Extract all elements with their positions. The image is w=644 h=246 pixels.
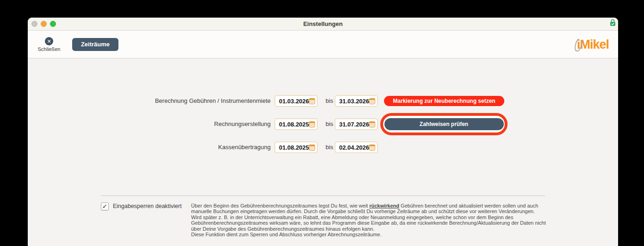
imikel-logo: iMikel	[577, 36, 609, 53]
bis-label: bis	[323, 119, 336, 130]
window-title: Einstellungen	[28, 18, 618, 31]
close-x-icon: ✕	[45, 37, 53, 45]
calendar-icon[interactable]	[369, 121, 375, 127]
date-input-kasse-bis[interactable]: 02.04.2026	[335, 142, 378, 153]
date-value: 31.03.2026	[339, 98, 369, 105]
settings-window: Einstellungen ✕ Schließen Zeiträume iMik…	[28, 18, 618, 246]
content-area: Berechnung Gebühren / Instrumentenmiete …	[28, 58, 618, 246]
date-value: 02.04.2026	[339, 144, 369, 151]
date-value: 01.08.2025	[279, 121, 309, 128]
eingabesperren-checkbox[interactable]: ✓	[101, 202, 109, 210]
row-label: Berechnung Gebühren / Instrumentenmiete	[28, 95, 271, 107]
date-value: 31.07.2026	[339, 121, 369, 128]
date-value: 01.03.2026	[279, 98, 309, 105]
row-label: Kassenübertragung	[28, 142, 271, 153]
checkbox-label: Eingabesperren deaktiviert	[113, 202, 182, 210]
calendar-icon[interactable]	[369, 98, 375, 104]
help-paragraph-2: Wird später z. B. in der Unterrichtsverw…	[191, 214, 546, 232]
row-label: Rechnungserstellung	[28, 119, 271, 130]
calendar-icon[interactable]	[369, 145, 375, 151]
keyword-rueckwirkend: rückwirkend	[369, 203, 399, 208]
calendar-icon[interactable]	[309, 98, 315, 104]
bis-label: bis	[323, 142, 336, 153]
date-input-berechnung-bis[interactable]: 31.03.2026	[335, 95, 378, 107]
highlight-ring: Zahlweisen prüfen	[380, 113, 508, 135]
toolbar: ✕ Schließen Zeiträume iMikel	[28, 31, 618, 58]
bis-label: bis	[323, 95, 336, 107]
row-rechnungserstellung: Rechnungserstellung 01.08.2025 bis 31.07…	[28, 119, 618, 130]
eingabesperren-checkbox-row: ✓ Eingabesperren deaktiviert	[101, 202, 182, 210]
tab-zeitraeume[interactable]: Zeiträume	[72, 38, 118, 51]
date-input-kasse-von[interactable]: 01.08.2025	[275, 142, 317, 153]
date-value: 01.08.2025	[279, 144, 309, 151]
help-paragraph-1: Über den Beginn des Gebührenberechnungsz…	[191, 203, 546, 214]
titlebar: Einstellungen	[28, 18, 618, 31]
help-text: Über den Beginn des Gebührenberechnungsz…	[191, 203, 546, 237]
row-kassenuebertragung: Kassenübertragung 01.08.2025 bis 02.04.2…	[28, 142, 618, 153]
calendar-icon[interactable]	[309, 145, 315, 151]
help-paragraph-3: Diese Funktion dient zum Sperren und Abs…	[191, 232, 546, 237]
section-divider	[101, 196, 545, 196]
lock-check-icon	[610, 19, 616, 28]
date-input-berechnung-von[interactable]: 01.03.2026	[275, 95, 317, 107]
zahlweisen-pruefen-button[interactable]: Zahlweisen prüfen	[384, 118, 504, 130]
date-input-rechnung-von[interactable]: 01.08.2025	[275, 119, 317, 130]
date-input-rechnung-bis[interactable]: 31.07.2026	[335, 119, 378, 130]
row-berechnung-gebuehren: Berechnung Gebühren / Instrumentenmiete …	[28, 95, 618, 107]
neuberechnung-button[interactable]: Markierung zur Neuberechnung setzen	[384, 96, 504, 106]
close-button[interactable]: ✕ Schließen	[34, 37, 64, 52]
calendar-icon[interactable]	[309, 121, 315, 127]
close-button-label: Schließen	[34, 46, 64, 52]
